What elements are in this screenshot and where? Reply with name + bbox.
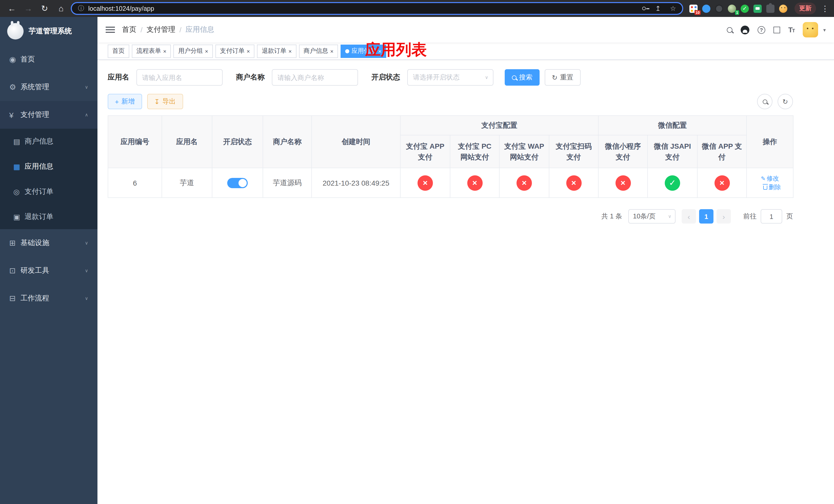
order-icon: ◎ [13, 187, 25, 196]
page-suffix: 页 [786, 212, 793, 221]
search-icon[interactable] [727, 27, 732, 32]
sidebar-item-devtools[interactable]: ⊡ 研发工具 ∨ [0, 257, 97, 284]
extension-dark-icon[interactable] [715, 4, 723, 13]
search-form: 应用名 商户名称 开启状态 请选择开启状态 ∨ 搜索 ↻ 重置 [108, 69, 793, 86]
sidebar-item-infra[interactable]: ⊞ 基础设施 ∨ [0, 229, 97, 257]
merchant-name-input[interactable] [272, 69, 358, 86]
browser-menu-icon[interactable]: ⋮ [821, 4, 829, 13]
breadcrumb: 首页 / 支付管理 / 应用信息 [122, 25, 214, 35]
cell-merchant: 芋道源码 [263, 168, 312, 198]
status-enabled-icon: ✓ [665, 175, 680, 190]
tab-user-group[interactable]: 用户分组 × [174, 44, 213, 58]
col-created: 创建时间 [312, 116, 400, 168]
col-wx-app: 微信 APP 支付 [697, 135, 747, 168]
tab-home[interactable]: 首页 [108, 44, 129, 58]
home-icon[interactable]: ⌂ [54, 2, 68, 15]
col-status: 开启状态 [212, 116, 263, 168]
close-icon[interactable]: × [205, 48, 208, 54]
sidebar-item-payment[interactable]: ¥ 支付管理 ∧ [0, 101, 97, 129]
help-icon[interactable]: ? [758, 26, 765, 33]
goto-page-input[interactable] [761, 209, 782, 224]
extension-avatar-icon[interactable]: 1 [728, 4, 736, 13]
sidebar: 芋道管理系统 ◉ 首页 ⚙ 系统管理 ∨ ¥ 支付管理 ∧ ▤ 商户信息 ▦ 应… [0, 17, 97, 504]
page-size-select[interactable]: 10条/页 ∨ [628, 209, 676, 224]
breadcrumb-payment[interactable]: 支付管理 [147, 25, 175, 35]
profile-avatar-icon[interactable] [779, 4, 787, 13]
extension-grid-icon[interactable]: 10 [689, 4, 698, 13]
sidebar-item-system[interactable]: ⚙ 系统管理 ∨ [0, 73, 97, 101]
extensions-bar: 10 1 ✓ [689, 4, 787, 13]
plus-icon: + [115, 98, 119, 105]
reload-icon[interactable]: ↻ [38, 2, 51, 15]
prev-page-button[interactable]: ‹ [682, 209, 696, 224]
extension-chat-icon[interactable] [753, 4, 762, 13]
add-button[interactable]: + 新增 [108, 94, 142, 109]
toggle-search-button[interactable] [757, 94, 772, 109]
refresh-table-button[interactable]: ↻ [777, 94, 793, 109]
app-root: ← → ↻ ⌂ ⓘ localhost:1024/pay/app ↥ ☆ 10 … [0, 0, 834, 504]
tab-pay-orders[interactable]: 支付订单 × [215, 44, 255, 58]
col-app-name: 应用名 [162, 116, 212, 168]
extension-blue-icon[interactable] [702, 4, 710, 13]
github-icon[interactable] [741, 25, 749, 34]
fullscreen-icon[interactable] [773, 26, 780, 33]
password-key-icon[interactable] [642, 7, 646, 10]
sidebar-item-home[interactable]: ◉ 首页 [0, 46, 97, 73]
reset-button[interactable]: ↻ 重置 [545, 69, 580, 86]
user-avatar[interactable] [803, 22, 818, 38]
page-number-1[interactable]: 1 [699, 209, 714, 224]
tab-merchant-info[interactable]: 商户信息 × [299, 44, 338, 58]
sidebar-logo[interactable]: 芋道管理系统 [0, 17, 97, 46]
url-text[interactable]: localhost:1024/pay/app [88, 5, 633, 12]
app-title: 芋道管理系统 [29, 27, 72, 36]
export-button[interactable]: ↧ 导出 [147, 94, 183, 109]
close-icon[interactable]: × [247, 48, 250, 54]
status-select[interactable]: 请选择开启状态 ∨ [407, 69, 493, 86]
chevron-down-icon: ∨ [85, 240, 88, 246]
next-page-button[interactable]: › [717, 209, 731, 224]
avatar-caret-icon[interactable]: ▾ [823, 27, 826, 32]
sidebar-item-app-info[interactable]: ▦ 应用信息 [0, 154, 97, 179]
col-alipay-pc: 支付宝 PC 网站支付 [450, 135, 499, 168]
tab-refund-orders[interactable]: 退款订单 × [257, 44, 297, 58]
tab-process-form[interactable]: 流程表单 × [132, 44, 171, 58]
extensions-puzzle-icon[interactable] [766, 4, 774, 13]
col-wx-lite: 微信小程序支付 [598, 135, 648, 168]
sidebar-fold-icon[interactable] [106, 26, 115, 33]
download-icon: ↧ [154, 98, 160, 105]
close-icon[interactable]: × [163, 48, 167, 54]
close-icon[interactable]: × [330, 48, 334, 54]
sidebar-item-refund-orders[interactable]: ▣ 退款订单 [0, 204, 97, 229]
close-icon[interactable]: × [288, 48, 292, 54]
search-button[interactable]: 搜索 [505, 69, 540, 86]
browser-chrome: ← → ↻ ⌂ ⓘ localhost:1024/pay/app ↥ ☆ 10 … [0, 0, 834, 17]
gear-icon: ⚙ [9, 83, 21, 92]
extension-check-icon[interactable]: ✓ [741, 4, 749, 13]
forward-icon[interactable]: → [22, 2, 35, 15]
breadcrumb-home[interactable]: 首页 [122, 25, 136, 35]
total-count: 共 1 条 [601, 212, 622, 221]
chrome-update-button[interactable]: 更新 [794, 3, 816, 14]
share-icon[interactable]: ↥ [655, 5, 661, 12]
goto-label: 前往 [743, 212, 756, 221]
app-name-label: 应用名 [108, 73, 129, 82]
grid-icon: ▦ [13, 162, 25, 170]
extension-badge-green: 1 [735, 10, 739, 15]
font-size-icon[interactable]: TT [788, 26, 794, 34]
status-disabled-icon: × [615, 175, 631, 190]
back-icon[interactable]: ← [5, 2, 19, 15]
card-icon: ▤ [13, 137, 25, 145]
status-toggle[interactable] [227, 178, 248, 188]
chevron-down-icon: ∨ [85, 268, 88, 273]
edit-button[interactable]: ✎ 修改 [761, 174, 779, 183]
status-disabled-icon: × [714, 175, 730, 190]
app-name-input[interactable] [136, 69, 223, 86]
site-info-icon[interactable]: ⓘ [78, 4, 84, 13]
breadcrumb-separator: / [179, 26, 181, 34]
sidebar-item-merchant-info[interactable]: ▤ 商户信息 [0, 129, 97, 154]
bookmark-star-icon[interactable]: ☆ [670, 5, 676, 12]
sidebar-item-pay-orders[interactable]: ◎ 支付订单 [0, 179, 97, 204]
sidebar-item-workflow[interactable]: ⊟ 工作流程 ∨ [0, 284, 97, 312]
url-bar[interactable]: ⓘ localhost:1024/pay/app ↥ ☆ [71, 2, 683, 15]
delete-button[interactable]: 删除 [763, 183, 781, 192]
